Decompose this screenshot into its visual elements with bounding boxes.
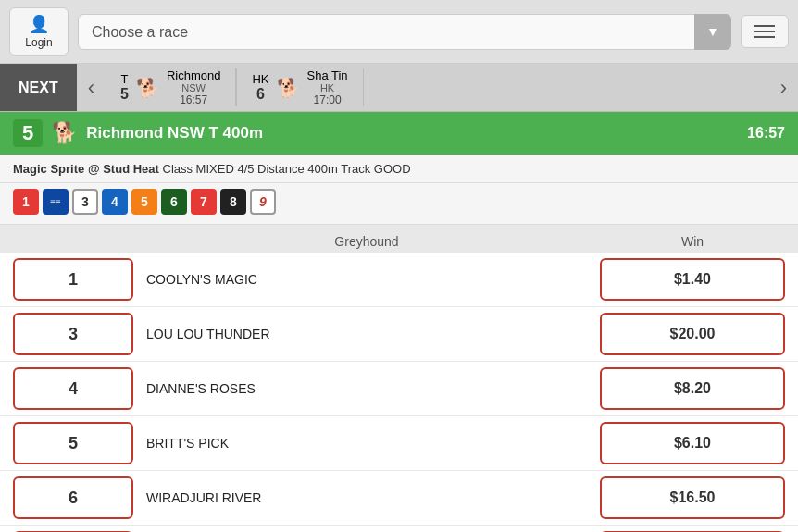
- runner-odds-1[interactable]: $1.40: [600, 258, 785, 301]
- next-button[interactable]: NEXT: [0, 64, 77, 111]
- col-win-header: Win: [600, 234, 785, 249]
- box-6[interactable]: 6: [161, 189, 187, 215]
- next-race-button[interactable]: ›: [769, 64, 798, 111]
- runners-list: 1COOLYN'S MAGIC$1.403LOU LOU THUNDER$20.…: [0, 253, 798, 532]
- box-8[interactable]: 8: [220, 189, 246, 215]
- race-number: 5: [13, 119, 43, 147]
- race-header: 5 🐕 Richmond NSW T 400m 16:57: [0, 112, 798, 155]
- race-time: 16:57: [747, 125, 785, 142]
- runner-name: WIRADJURI RIVER: [146, 490, 587, 505]
- runner-row: 6WIRADJURI RIVER$16.50: [0, 471, 798, 526]
- race-title: Richmond NSW T 400m: [86, 124, 738, 142]
- race-details: Magic Sprite @ Stud Heat Class MIXED 4/5…: [0, 155, 798, 183]
- prev-race-button[interactable]: ‹: [77, 64, 106, 111]
- box-2[interactable]: ≡≡: [43, 189, 69, 215]
- nav-race-1[interactable]: T 5 🐕 Richmond NSW 16:57: [106, 68, 236, 106]
- nav-bar: NEXT ‹ T 5 🐕 Richmond NSW 16:57 HK 6 🐕 S…: [0, 64, 798, 112]
- race-select[interactable]: Choose a race: [78, 14, 731, 50]
- runner-name: COOLYN'S MAGIC: [146, 272, 587, 287]
- runner-row: 4DIANNE'S ROSES$8.20: [0, 362, 798, 416]
- app-header: 👤 Login Choose a race: [0, 0, 798, 64]
- runner-odds-4[interactable]: $8.20: [600, 367, 785, 410]
- race-details-text: Magic Sprite @ Stud Heat Class MIXED 4/5…: [13, 162, 411, 176]
- box-9[interactable]: 9: [250, 189, 276, 215]
- runner-row: 3LOU LOU THUNDER$20.00: [0, 307, 798, 362]
- runner-name: BRITT'S PICK: [146, 436, 587, 451]
- race-dog-icon: 🐕: [52, 121, 77, 145]
- col-greyhound-header: Greyhound: [133, 234, 600, 249]
- runner-box-4[interactable]: 4: [13, 367, 133, 410]
- runner-odds-3[interactable]: $20.00: [600, 313, 785, 355]
- column-headers: Greyhound Win: [0, 225, 798, 253]
- runner-odds-6[interactable]: $16.50: [600, 476, 785, 519]
- hamburger-icon: [754, 25, 775, 38]
- dog-icon-1: 🐕: [136, 77, 159, 99]
- runner-box-3[interactable]: 3: [13, 313, 133, 355]
- nav-race-2[interactable]: HK 6 🐕 Sha Tin HK 17:00: [236, 68, 363, 106]
- runner-box-5[interactable]: 5: [13, 422, 133, 464]
- runner-row: 1COOLYN'S MAGIC$1.40: [0, 253, 798, 307]
- login-button[interactable]: 👤 Login: [9, 7, 69, 56]
- nav-races: T 5 🐕 Richmond NSW 16:57 HK 6 🐕 Sha Tin …: [106, 68, 769, 106]
- login-label: Login: [25, 36, 52, 49]
- runner-row: 5BRITT'S PICK$6.10: [0, 416, 798, 471]
- runner-name: DIANNE'S ROSES: [146, 381, 587, 396]
- dog-icon-2: 🐕: [277, 77, 300, 99]
- menu-button[interactable]: [741, 15, 789, 48]
- runner-name: LOU LOU THUNDER: [146, 327, 587, 341]
- box-7[interactable]: 7: [191, 189, 217, 215]
- box-numbers: 1 ≡≡ 3 4 5 6 7 8 9: [0, 183, 798, 225]
- box-5[interactable]: 5: [131, 189, 157, 215]
- box-3[interactable]: 3: [72, 189, 98, 215]
- runner-odds-5[interactable]: $6.10: [600, 422, 785, 464]
- box-1[interactable]: 1: [13, 189, 39, 215]
- race-select-wrapper: Choose a race: [78, 14, 731, 50]
- box-4[interactable]: 4: [102, 189, 128, 215]
- runner-row: 7POWERS ON$78.40: [0, 526, 798, 532]
- runner-box-6[interactable]: 6: [13, 476, 133, 519]
- user-icon: 👤: [29, 14, 49, 34]
- runner-box-1[interactable]: 1: [13, 258, 133, 301]
